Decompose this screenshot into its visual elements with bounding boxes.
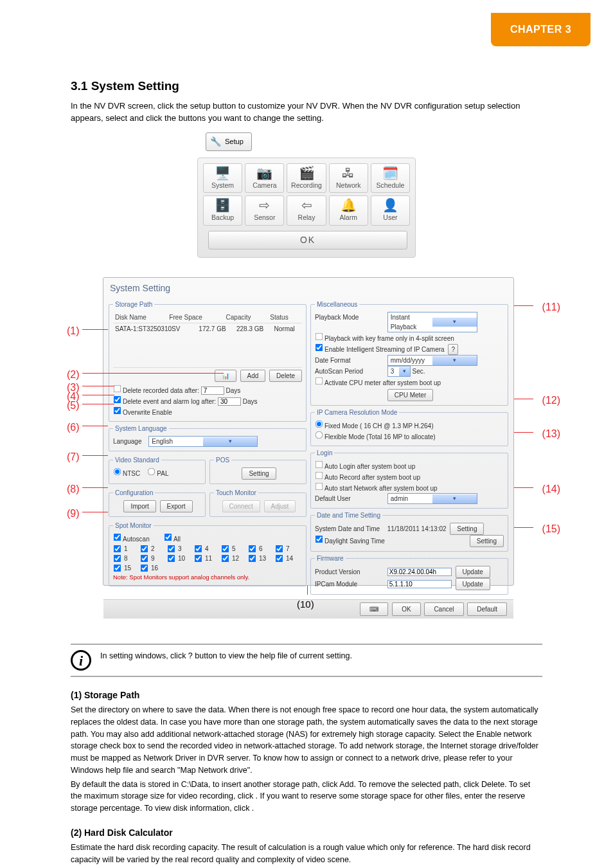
cpu-meter-checkbox[interactable]: Activate CPU meter after system boot up <box>315 379 441 386</box>
network-icon: 🖧 <box>331 167 366 179</box>
date-format-label: Date Format <box>315 356 386 365</box>
callout-15: (15) <box>542 521 560 537</box>
spot-ch-9[interactable]: 9 <box>140 554 167 563</box>
sec-2-head: (2) Hard Disk Calculator <box>71 826 542 840</box>
auto-login-checkbox[interactable]: Auto Login after system boot up <box>315 463 415 470</box>
datetime-setting-button[interactable]: Setting <box>450 523 484 535</box>
dst-checkbox[interactable]: Daylight Saving Time <box>315 538 385 545</box>
date-format-select[interactable]: mm/dd/yyyy▾ <box>387 355 477 366</box>
callout-11: (11) <box>542 300 560 315</box>
group-language: System Language Language English▾ <box>109 424 306 451</box>
spot-ch-7[interactable]: 7 <box>275 544 302 554</box>
group-spot-monitor: Spot Monitor Autoscan All 12345678910111… <box>109 521 306 586</box>
playback-mode-select[interactable]: Instant Playback▾ <box>387 312 477 332</box>
spot-ch-15[interactable]: 15 <box>113 563 140 573</box>
sensor-icon: ⇨ <box>247 199 282 212</box>
spot-ch-3[interactable]: 3 <box>167 544 194 554</box>
pal-radio[interactable]: PAL <box>147 470 168 477</box>
spot-ch-6[interactable]: 6 <box>248 544 275 554</box>
overwrite-enable-checkbox[interactable]: Overwrite Enable <box>113 409 172 416</box>
system-setting-diagram: (1) (2) (3) (4) (5) (6) (7) (8) (9) (11)… <box>71 277 546 624</box>
spot-ch-5[interactable]: 5 <box>221 544 248 554</box>
storage-row[interactable]: SATA-1:ST3250310SV 172.7 GB 228.3 GB Nor… <box>113 323 302 334</box>
system-date-time-value: 11/18/2011 14:13:02 <box>387 525 447 532</box>
backup-icon: 🗄️ <box>205 199 240 212</box>
keyboard-button[interactable]: ⌨ <box>360 602 388 616</box>
tab-user[interactable]: 👤User <box>371 195 410 226</box>
dialog-cancel-button[interactable]: Cancel <box>424 602 463 616</box>
tab-recording[interactable]: 🎬Recording <box>287 163 326 194</box>
autoscan-checkbox[interactable]: Autoscan <box>113 536 150 543</box>
tab-schedule[interactable]: 🗓️Schedule <box>371 163 410 194</box>
pos-setting-button[interactable]: Setting <box>242 467 276 480</box>
help-button[interactable]: ? <box>448 344 458 355</box>
spot-ch-10[interactable]: 10 <box>167 554 194 563</box>
callout-5: (5) <box>67 398 80 413</box>
tab-backup[interactable]: 🗄️Backup <box>203 195 242 226</box>
spot-ch-8[interactable]: 8 <box>113 554 140 563</box>
callout-1: (1) <box>67 323 80 339</box>
spot-ch-12[interactable]: 12 <box>221 554 248 563</box>
touch-adjust-button[interactable]: Adjust <box>264 500 296 512</box>
delete-recorded-checkbox[interactable]: Delete recorded data after: <box>113 387 199 394</box>
system-date-time-label: System Date and Time <box>315 524 386 534</box>
spot-ch-1[interactable]: 1 <box>113 544 140 554</box>
spot-ch-2[interactable]: 2 <box>140 544 167 554</box>
all-checkbox[interactable]: All <box>164 536 181 543</box>
update-ipcam-button[interactable]: Update <box>456 578 490 590</box>
delete-event-days-input[interactable] <box>218 397 241 406</box>
auto-record-checkbox[interactable]: Auto Record after system boot up <box>315 474 420 481</box>
dialog-ok-button[interactable]: OK <box>392 602 420 616</box>
language-label: Language <box>113 438 142 445</box>
intel-stream-checkbox[interactable]: Enable Intelligent Streaming of IP Camer… <box>315 346 445 353</box>
dialog-default-button[interactable]: Default <box>467 602 507 616</box>
group-touch-monitor: Touch Monitor Connect Adjust <box>209 488 306 517</box>
system-icon: 🖥️ <box>205 167 240 179</box>
spot-ch-11[interactable]: 11 <box>194 554 221 563</box>
tab-camera[interactable]: 📷Camera <box>245 163 284 194</box>
update-product-button[interactable]: Update <box>456 566 490 578</box>
delete-event-checkbox[interactable]: Delete event and alarm log after: <box>113 398 216 405</box>
autoscan-period-label: AutoScan Period <box>315 366 386 376</box>
language-select[interactable]: English▾ <box>148 436 258 447</box>
delete-recorded-days-input[interactable] <box>201 386 224 395</box>
flex-mode-radio[interactable]: Flexible Mode (Total 16 MP to allocate) <box>315 433 436 440</box>
add-storage-button[interactable]: Add <box>240 370 266 382</box>
autoscan-period-select[interactable]: 3▾ <box>387 366 411 377</box>
tab-relay[interactable]: ⇦Relay <box>287 195 326 226</box>
tab-network[interactable]: 🖧Network <box>329 163 368 194</box>
export-button[interactable]: Export <box>160 500 193 512</box>
tab-system[interactable]: 🖥️System <box>203 163 242 194</box>
spot-ch-13[interactable]: 13 <box>248 554 275 563</box>
touch-connect-button[interactable]: Connect <box>222 500 260 512</box>
spot-ch-14[interactable]: 14 <box>275 554 302 563</box>
delete-storage-button[interactable]: Delete <box>269 370 302 382</box>
storage-info-button[interactable]: 📊 <box>215 370 236 382</box>
fixed-mode-radio[interactable]: Fixed Mode ( 16 CH @ 1.3 MP H.264) <box>315 422 433 429</box>
ipcam-module-label: IPCam Module <box>315 579 386 589</box>
user-icon: 👤 <box>373 199 408 212</box>
chevron-down-icon: ▾ <box>399 367 410 376</box>
keyframe-checkbox[interactable]: Playback with key frame only in 4-split … <box>315 335 454 342</box>
tab-alarm[interactable]: 🔔Alarm <box>329 195 368 226</box>
spot-ch-16[interactable]: 16 <box>140 563 167 573</box>
callout-12: (12) <box>542 393 560 408</box>
cpu-meter-button[interactable]: CPU Meter <box>387 389 433 401</box>
import-button[interactable]: Import <box>123 500 155 512</box>
panel-ok-button[interactable]: OK <box>208 231 407 249</box>
ntsc-radio[interactable]: NTSC <box>113 470 140 477</box>
wrench-icon: 🔧 <box>210 135 221 149</box>
setup-category-panel: 🖥️System 📷Camera 🎬Recording 🖧Network 🗓️S… <box>197 158 416 258</box>
group-pos: POS Setting <box>209 455 306 484</box>
callout-10: (10) <box>297 597 314 612</box>
spot-ch-4[interactable]: 4 <box>194 544 221 554</box>
callout-13: (13) <box>542 426 560 442</box>
tab-sensor[interactable]: ⇨Sensor <box>245 195 284 226</box>
callout-line-10 <box>307 586 308 595</box>
setup-button[interactable]: 🔧 Setup <box>206 132 252 151</box>
chapter-tab: CHAPTER 3 <box>491 13 591 46</box>
auto-network-checkbox[interactable]: Auto start Network after system boot up <box>315 485 438 492</box>
callout-6: (6) <box>67 420 80 435</box>
default-user-select[interactable]: admin▾ <box>387 493 477 504</box>
dst-setting-button[interactable]: Setting <box>470 535 504 547</box>
